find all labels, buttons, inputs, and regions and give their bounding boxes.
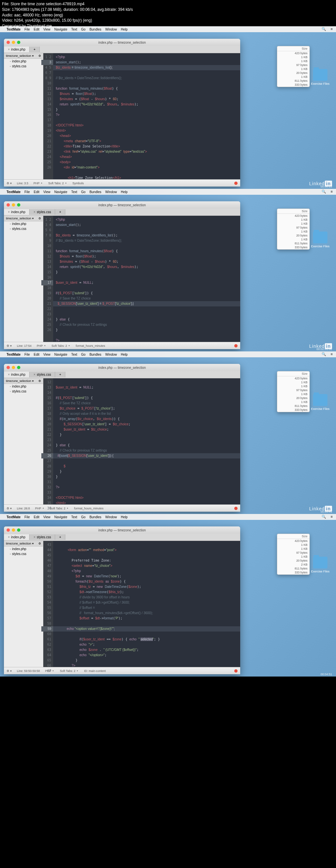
finder-row[interactable]: 423 bytes	[277, 376, 309, 380]
finder-row[interactable]: 20 bytes	[277, 396, 309, 400]
desktop-folder[interactable]: Exercise Files	[311, 557, 330, 573]
file-tab[interactable]: ×index.php	[4, 209, 30, 215]
finder-row[interactable]: 811 bytes	[277, 404, 309, 408]
project-header[interactable]: timezone_selection ▾ ⚙	[4, 216, 43, 221]
finder-row[interactable]: 423 bytes	[277, 51, 309, 55]
close-button[interactable]	[6, 366, 10, 369]
close-button[interactable]	[6, 203, 10, 207]
status-tabs[interactable]: Soft Tabs: 2 ⚬	[52, 344, 71, 347]
status-lang[interactable]: PHP ⚬	[35, 507, 45, 510]
file-item[interactable]: styles.css	[4, 226, 43, 231]
finder-row[interactable]: 1 KB	[277, 543, 309, 547]
app-name[interactable]: TextMate	[6, 190, 21, 194]
finder-row[interactable]: 1 KB	[277, 392, 309, 396]
finder-row[interactable]: 97 bytes	[277, 388, 309, 392]
gear-icon[interactable]: ⚙	[38, 54, 41, 58]
finder-row[interactable]: 1 KB	[277, 67, 309, 71]
menu-item[interactable]: Bundles	[90, 353, 101, 356]
menu-item[interactable]: Navigate	[54, 515, 67, 519]
close-button[interactable]	[6, 41, 10, 44]
status-lang[interactable]: PHP ⚬	[33, 182, 43, 185]
finder-row[interactable]: 1 KB	[277, 380, 309, 384]
finder-row[interactable]: 1 KB	[277, 238, 309, 241]
finder-row[interactable]: 97 bytes	[277, 63, 309, 67]
file-tab[interactable]: ×index.php	[4, 534, 30, 540]
file-item[interactable]: styles.css	[4, 551, 43, 556]
file-item[interactable]: styles.css	[4, 64, 43, 69]
project-header[interactable]: timezone_selection ▾ ⚙	[4, 53, 43, 59]
close-icon[interactable]: ×	[8, 373, 10, 376]
finder-row[interactable]: 97 bytes	[277, 551, 309, 555]
minimize-button[interactable]	[12, 366, 15, 369]
gear-icon[interactable]: ⚙	[38, 542, 41, 545]
minimize-button[interactable]	[12, 41, 15, 44]
finder-row[interactable]: 1 KB	[277, 547, 309, 551]
menu-item[interactable]: Window	[105, 353, 117, 356]
code-editor[interactable]: <form action="" method="post"> Preferred…	[53, 541, 240, 667]
desktop-folder[interactable]: Exercise Files	[311, 394, 330, 410]
menu-item[interactable]: File	[25, 353, 30, 356]
project-header[interactable]: timezone_selection ▾ ⚙	[4, 378, 43, 384]
menu-icon[interactable]: ≡	[331, 189, 333, 193]
file-item[interactable]: index.php	[4, 547, 43, 551]
status-line[interactable]: Line: 26:8	[17, 507, 30, 510]
menu-item[interactable]: Text	[71, 190, 77, 194]
file-item[interactable]: index.php	[4, 59, 43, 64]
menu-item[interactable]: File	[25, 190, 30, 194]
zoom-button[interactable]	[17, 203, 20, 207]
close-icon[interactable]: ×	[33, 210, 35, 214]
finder-row[interactable]: 333 bytes	[277, 408, 309, 412]
code-editor[interactable]: $user_tz_ident = NULL; if($_POST['submit…	[53, 378, 240, 504]
menu-item[interactable]: Navigate	[54, 190, 67, 194]
status-symbol[interactable]: format_hours_minutes	[74, 507, 104, 510]
code-editor[interactable]: <?php session_start(); $tz_idents = time…	[53, 53, 240, 179]
size-column-header[interactable]: Size	[302, 47, 307, 50]
menu-item[interactable]: Go	[81, 515, 85, 519]
finder-row[interactable]: 20 bytes	[277, 234, 309, 238]
finder-row[interactable]: 423 bytes	[277, 214, 309, 218]
status-lang[interactable]: PHP ⚬	[45, 669, 55, 673]
status-symbol[interactable]: Symbols	[72, 182, 84, 185]
file-tab[interactable]: ×styles.css	[30, 534, 55, 540]
finder-row[interactable]: 333 bytes	[277, 245, 309, 249]
close-icon[interactable]: ×	[33, 373, 35, 376]
gear-icon[interactable]: ⚙ ▾	[6, 182, 12, 185]
menu-item[interactable]: View	[43, 353, 51, 356]
status-symbol[interactable]: format_hours_minutes	[76, 344, 105, 347]
search-icon[interactable]: 🔍	[322, 515, 326, 519]
search-icon[interactable]: 🔍	[322, 352, 326, 356]
close-icon[interactable]: ×	[33, 535, 35, 539]
file-item[interactable]: styles.css	[4, 389, 43, 394]
status-line[interactable]: Line: 17:54	[17, 344, 32, 347]
menu-icon[interactable]: ≡	[331, 352, 333, 356]
status-tabs[interactable]: Soft Tabs: 2 ⚬	[50, 507, 69, 510]
finder-row[interactable]: 2 KB	[277, 563, 309, 566]
new-tab-button[interactable]: +	[55, 534, 65, 540]
menu-item[interactable]: Navigate	[54, 353, 67, 356]
finder-row[interactable]: 423 bytes	[277, 539, 309, 543]
app-name[interactable]: TextMate	[6, 515, 21, 519]
search-icon[interactable]: 🔍	[322, 27, 326, 31]
menu-item[interactable]: Bundles	[90, 190, 101, 194]
file-tab[interactable]: ×index.php	[4, 46, 30, 52]
status-tabs[interactable]: Soft Tabs: 2 ⚬	[48, 182, 67, 185]
desktop-folder[interactable]: Exercise Files	[311, 231, 330, 248]
file-item[interactable]: index.php	[4, 221, 43, 226]
menu-icon[interactable]: ≡	[331, 27, 333, 31]
project-header[interactable]: timezone_selection ▾ ⚙	[4, 541, 43, 547]
menu-item[interactable]: Help	[121, 353, 128, 356]
finder-row[interactable]: 20 bytes	[277, 71, 309, 75]
menu-item[interactable]: Help	[121, 515, 128, 519]
menu-item[interactable]: Window	[105, 515, 117, 519]
zoom-button[interactable]	[17, 366, 20, 369]
zoom-button[interactable]	[17, 41, 20, 44]
size-column-header[interactable]: Size	[302, 372, 307, 375]
finder-row[interactable]: 811 bytes	[277, 79, 309, 83]
finder-row[interactable]: 811 bytes	[277, 241, 309, 245]
app-name[interactable]: TextMate	[6, 353, 21, 356]
gear-icon[interactable]: ⚙ ▾	[6, 669, 12, 673]
menu-item[interactable]: Text	[71, 515, 77, 519]
menu-item[interactable]: Go	[81, 190, 85, 194]
file-tab[interactable]: ×styles.css	[30, 209, 55, 215]
search-icon[interactable]: 🔍	[322, 189, 326, 194]
